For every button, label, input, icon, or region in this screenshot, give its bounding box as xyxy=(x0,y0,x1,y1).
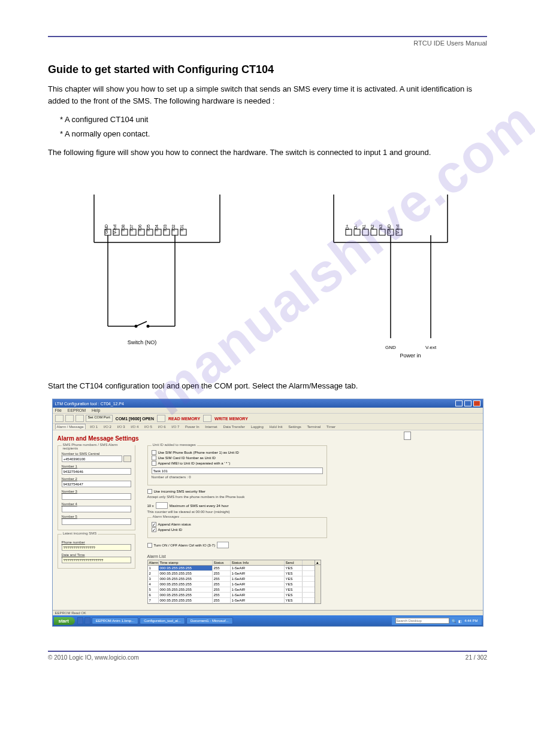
taskbar-item[interactable]: Document1 - Microsof... xyxy=(186,617,233,624)
use-simbook-checkbox[interactable] xyxy=(152,450,156,455)
read-memory-button[interactable]: READ MEMORY xyxy=(168,417,200,421)
onoff-checkbox[interactable] xyxy=(147,543,152,548)
append-status-checkbox[interactable] xyxy=(152,522,156,527)
tab-io1[interactable]: I/O 1 xyxy=(89,424,99,429)
sms-limit-note: This counter will be cleared at 00:00 ho… xyxy=(147,510,327,514)
number4-input[interactable] xyxy=(62,506,131,512)
timestamp-col-header[interactable]: Time stamp xyxy=(159,560,213,565)
number3-input[interactable] xyxy=(62,493,131,500)
append-unitid-checkbox[interactable] xyxy=(152,527,156,532)
window-title: LTM Configuration tool : CT04_12.P4 xyxy=(55,402,124,406)
unitid-chars-label: Number of characters : 0 xyxy=(152,475,323,479)
table-row[interactable]: 4000:35:255:255:2552551-SeAIRYES xyxy=(148,582,315,587)
taskbar[interactable]: start EEPROM Anim 1.bmp... Configuration… xyxy=(53,615,483,626)
svg-text:IO4: IO4 xyxy=(155,224,159,230)
footer-copyright: © 2010 Logic IO, www.logicio.com xyxy=(48,654,139,661)
tab-datatransfer[interactable]: Data Transfer xyxy=(222,424,246,429)
write-memory-button[interactable]: WRITE MEMORY xyxy=(214,417,248,421)
send-col-header[interactable]: Send xyxy=(285,560,303,565)
svg-text:GND: GND xyxy=(104,224,108,234)
config-tool-screenshot: LTM Configuration tool : CT04_12.P4 File… xyxy=(52,399,483,627)
set-com-port-button[interactable]: Set COM Port xyxy=(86,415,113,422)
tab-holdinit[interactable]: Hold Init xyxy=(268,424,283,429)
table-scrollbar[interactable]: ▴ xyxy=(315,560,321,604)
latest-sms-panel: Latest incoming SMS Phone number ???????… xyxy=(58,534,135,569)
toolbar-down-icon[interactable] xyxy=(157,415,165,422)
table-row[interactable]: 2000:35:255:255:2552551-SeAIRYES xyxy=(148,571,315,576)
append-imei-checkbox[interactable] xyxy=(152,461,156,466)
tab-io4[interactable]: I/O 4 xyxy=(129,424,140,429)
quicklaunch-icon[interactable] xyxy=(84,617,90,624)
maximize-icon[interactable] xyxy=(464,400,471,406)
phone-numbers-legend: SMS Phone numbers / SMS Alarm recipients xyxy=(62,443,135,450)
tabbar[interactable]: Alarm / Message I/O 1 I/O 2 I/O 3 I/O 4 … xyxy=(53,424,483,430)
append-imei-label: Append IMEI to Unit ID (separated with a… xyxy=(158,462,231,465)
tab-io6[interactable]: I/O 6 xyxy=(157,424,167,429)
latest-date-value: ???????????????????? xyxy=(62,557,131,563)
footer-page: 21 / 302 xyxy=(466,654,487,661)
window-titlebar[interactable]: LTM Configuration tool : CT04_12.P4 xyxy=(53,399,483,408)
onoff-input[interactable] xyxy=(217,542,229,548)
tab-powerin[interactable]: Power In xyxy=(184,424,201,429)
unitid-input[interactable]: Tank 101 xyxy=(152,467,323,474)
status-col-header[interactable]: Status xyxy=(213,560,231,565)
toolbar-save-icon[interactable] xyxy=(65,415,74,422)
alarm-messages-panel: Alarm Messages Append Alarm status Appen… xyxy=(147,517,327,538)
toolbar-open-icon[interactable] xyxy=(55,415,64,422)
phonebook-icon[interactable] xyxy=(123,456,131,462)
table-row[interactable]: 6000:35:255:255:2552551-SeAIRYES xyxy=(148,593,315,598)
notebook-icon[interactable] xyxy=(404,432,411,440)
alarm-list-table[interactable]: Alarm Time stamp Status Status Info Send… xyxy=(147,560,315,604)
menu-eeprom[interactable]: EEPROM xyxy=(68,408,86,412)
menu-help[interactable]: Help xyxy=(92,408,100,412)
table-row[interactable]: 1000:35:255:255:2552551-SeAIRYES xyxy=(148,566,315,571)
toolbar-up-icon[interactable] xyxy=(203,415,211,422)
system-tray[interactable]: 🔍 ◧ 4:44 PM xyxy=(392,617,481,625)
tab-io3[interactable]: I/O 3 xyxy=(116,424,126,429)
number1-input[interactable]: 9432754646 xyxy=(62,468,131,475)
tab-alarm-message[interactable]: Alarm / Message xyxy=(55,424,86,429)
menu-file[interactable]: File xyxy=(55,408,62,412)
latest-sms-legend: Latest incoming SMS xyxy=(62,532,98,535)
scroll-up-icon[interactable]: ▴ xyxy=(315,560,321,565)
svg-text:GND: GND xyxy=(387,224,391,234)
append-unitid-label: Append Unit ID xyxy=(158,528,183,532)
taskbar-item[interactable]: EEPROM Anim 1.bmp... xyxy=(92,617,138,624)
central-input[interactable]: +4540390100 xyxy=(62,456,123,462)
desktop-search-input[interactable] xyxy=(395,618,449,624)
window-controls[interactable] xyxy=(455,400,480,407)
taskbar-item[interactable]: Configuration_tool_al... xyxy=(140,617,185,624)
tab-io5[interactable]: I/O 5 xyxy=(143,424,153,429)
minimize-icon[interactable] xyxy=(455,400,463,406)
tray-icon[interactable]: ◧ xyxy=(458,619,462,623)
tab-settings[interactable]: Settings xyxy=(287,424,303,429)
number5-input[interactable] xyxy=(62,518,131,525)
use-simcard-checkbox[interactable] xyxy=(152,456,156,460)
tab-terminal[interactable]: Terminal xyxy=(306,424,322,429)
hw-item-1: * A configured CT104 unit xyxy=(60,114,487,126)
number2-input[interactable]: 9432754647 xyxy=(62,481,131,487)
start-button[interactable]: start xyxy=(54,617,75,625)
phone-numbers-panel: SMS Phone numbers / SMS Alarm recipients… xyxy=(58,445,135,530)
table-row[interactable]: 7000:35:255:255:2552551-SeAIRYES xyxy=(148,598,315,603)
toolbar-edit-icon[interactable] xyxy=(75,415,84,422)
tab-io2[interactable]: I/O 2 xyxy=(102,424,113,429)
svg-text:IO5: IO5 xyxy=(146,224,150,230)
sms-limit-input[interactable] xyxy=(156,502,168,509)
tab-internet[interactable]: Internet xyxy=(204,424,218,429)
sms-filter-checkbox[interactable] xyxy=(147,489,152,494)
tab-timer[interactable]: Timer xyxy=(325,424,337,429)
menubar[interactable]: File EEPROM Help xyxy=(53,408,483,414)
close-icon[interactable] xyxy=(473,400,480,406)
table-row[interactable]: 5000:35:255:255:2552551-SeAIRYES xyxy=(148,587,315,593)
alarm-col-header[interactable]: Alarm xyxy=(148,560,159,565)
table-row[interactable]: 3000:35:255:255:2552551-SeAIRYES xyxy=(148,576,315,582)
tab-logging[interactable]: Logging xyxy=(249,424,264,429)
svg-text:V-ext: V-ext xyxy=(113,224,117,233)
tab-io7[interactable]: I/O 7 xyxy=(170,424,180,429)
svg-text:V-ext: V-ext xyxy=(395,224,400,233)
intro-text: This chapter will show you how to set up… xyxy=(48,83,487,107)
quicklaunch-icon[interactable] xyxy=(77,617,83,624)
statusinfo-col-header[interactable]: Status Info xyxy=(231,560,285,565)
search-icon[interactable]: 🔍 xyxy=(452,619,456,623)
